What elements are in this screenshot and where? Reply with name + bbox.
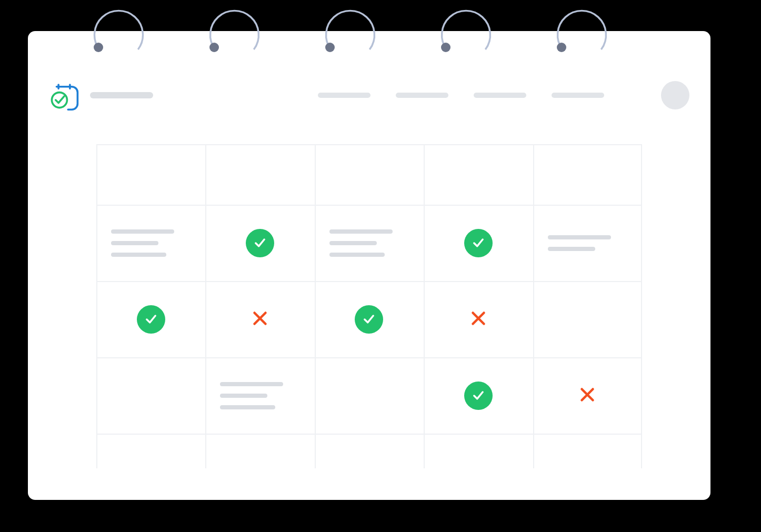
grid-cell xyxy=(315,281,424,357)
grid-cell xyxy=(315,357,424,434)
grid-cell xyxy=(533,144,642,205)
grid-cell xyxy=(424,205,533,281)
grid-cell xyxy=(205,205,314,281)
check-icon xyxy=(464,382,493,410)
check-icon xyxy=(355,305,383,334)
text-placeholder xyxy=(315,229,424,257)
calendar-grid xyxy=(96,144,642,468)
spiral-ring xyxy=(436,1,496,62)
grid-cell xyxy=(315,144,424,205)
grid-cell xyxy=(533,357,642,434)
nav-item-placeholder[interactable] xyxy=(396,93,448,98)
grid-cell xyxy=(533,281,642,357)
text-placeholder xyxy=(533,235,642,251)
grid-cell xyxy=(424,357,533,434)
notepad-card xyxy=(28,31,710,500)
check-icon xyxy=(464,229,493,257)
grid-cell xyxy=(96,357,205,434)
svg-point-0 xyxy=(52,93,67,108)
text-placeholder xyxy=(96,229,205,257)
grid-cell xyxy=(424,144,533,205)
topbar xyxy=(49,79,689,111)
grid-cell xyxy=(205,281,314,357)
top-nav xyxy=(318,81,689,109)
spiral-ring xyxy=(204,1,265,62)
cross-icon xyxy=(251,309,269,330)
spiral-ring xyxy=(88,1,149,62)
cross-icon xyxy=(578,385,597,406)
grid-row xyxy=(96,281,642,357)
spiral-ring xyxy=(320,1,380,62)
cross-icon xyxy=(469,309,488,330)
brand-name-placeholder xyxy=(90,92,153,98)
app-logo-icon xyxy=(49,80,79,111)
nav-item-placeholder[interactable] xyxy=(552,93,604,98)
spiral-ring xyxy=(552,1,612,62)
avatar[interactable] xyxy=(661,81,689,109)
nav-item-placeholder[interactable] xyxy=(474,93,526,98)
text-placeholder xyxy=(205,382,314,409)
grid-row xyxy=(96,205,642,281)
nav-item-placeholder[interactable] xyxy=(318,93,371,98)
grid-cell xyxy=(205,357,314,434)
grid-row xyxy=(96,144,642,205)
check-icon xyxy=(137,305,165,334)
grid-cell xyxy=(315,205,424,281)
check-icon xyxy=(246,229,274,257)
grid-cell xyxy=(533,205,642,281)
grid-cell xyxy=(96,144,205,205)
grid-cell xyxy=(96,281,205,357)
grid-row xyxy=(96,357,642,434)
grid-cell xyxy=(96,205,205,281)
grid-cell xyxy=(205,144,314,205)
grid-cell xyxy=(424,281,533,357)
